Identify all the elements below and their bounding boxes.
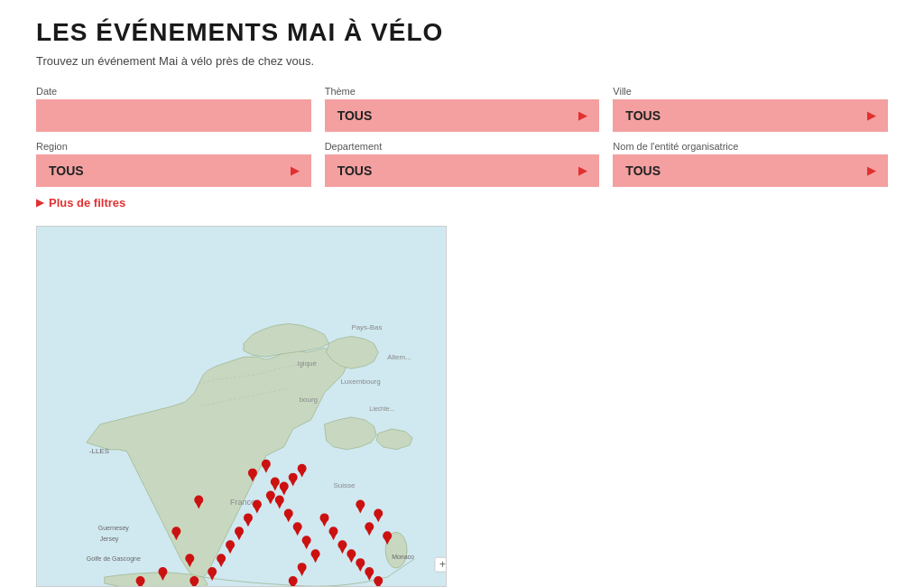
departement-filter-group: Departement TOUS ▶ (325, 141, 600, 187)
date-filter-group: Date (36, 86, 311, 132)
page-title: LES ÉVÉNEMENTS MAI À VÉLO (36, 18, 888, 47)
theme-dropdown[interactable]: TOUS ▶ (325, 99, 600, 132)
region-dropdown[interactable]: TOUS ▶ (36, 154, 311, 187)
svg-text:Monaco: Monaco (392, 554, 414, 560)
svg-text:-LLES: -LLES (89, 447, 109, 455)
svg-text:Allem...: Allem... (387, 353, 411, 361)
svg-text:Golfe de Gascogne: Golfe de Gascogne (87, 555, 141, 563)
map-svg: -LLES Golfe de Gascogne France Suisse Lu… (37, 227, 446, 586)
svg-text:Liechte...: Liechte... (369, 405, 394, 412)
date-input[interactable] (49, 108, 299, 123)
svg-text:Jersey: Jersey (100, 536, 119, 543)
more-filters-label: Plus de filtres (49, 196, 125, 210)
ville-filter-group: Ville TOUS ▶ (613, 86, 888, 132)
page-subtitle: Trouvez un événement Mai à vélo près de … (36, 54, 888, 68)
organisateur-arrow-icon: ▶ (867, 164, 875, 177)
theme-arrow-icon: ▶ (578, 109, 587, 122)
svg-text:Suisse: Suisse (333, 481, 355, 489)
departement-dropdown[interactable]: TOUS ▶ (325, 154, 600, 187)
svg-text:+: + (439, 558, 446, 571)
organisateur-label: Nom de l'entité organisatrice (613, 141, 888, 152)
region-arrow-icon: ▶ (291, 164, 299, 177)
organisateur-dropdown[interactable]: TOUS ▶ (613, 154, 888, 187)
theme-value: TOUS (337, 108, 373, 123)
departement-value: TOUS (337, 163, 373, 178)
map-container: -LLES Golfe de Gascogne France Suisse Lu… (36, 226, 447, 587)
svg-text:Luxembourg: Luxembourg (340, 377, 380, 386)
date-input-wrapper[interactable] (36, 99, 311, 132)
region-value: TOUS (49, 163, 84, 178)
more-filters-button[interactable]: ▶ Plus de filtres (36, 196, 888, 210)
ville-dropdown[interactable]: TOUS ▶ (613, 99, 888, 132)
page-container: LES ÉVÉNEMENTS MAI À VÉLO Trouvez un évé… (0, 0, 924, 587)
departement-arrow-icon: ▶ (578, 164, 587, 177)
date-label: Date (36, 86, 311, 97)
svg-text:bourg: bourg (300, 396, 318, 404)
theme-filter-group: Thème TOUS ▶ (325, 86, 600, 132)
svg-text:Guernesey: Guernesey (98, 525, 130, 532)
theme-label: Thème (325, 86, 600, 97)
region-label: Region (36, 141, 311, 152)
ville-label: Ville (613, 86, 888, 97)
more-filters-arrow-icon: ▶ (36, 197, 43, 209)
svg-text:Pays-Bas: Pays-Bas (351, 323, 382, 331)
departement-label: Departement (325, 141, 600, 152)
filters-grid: Date Thème TOUS ▶ Ville TOUS ▶ Region T (36, 86, 888, 187)
organisateur-value: TOUS (625, 163, 661, 178)
svg-text:France: France (230, 498, 255, 507)
region-filter-group: Region TOUS ▶ (36, 141, 311, 187)
ville-value: TOUS (625, 108, 661, 123)
ville-arrow-icon: ▶ (867, 109, 875, 122)
organisateur-filter-group: Nom de l'entité organisatrice TOUS ▶ (613, 141, 888, 187)
svg-text:lgique: lgique (298, 359, 318, 368)
